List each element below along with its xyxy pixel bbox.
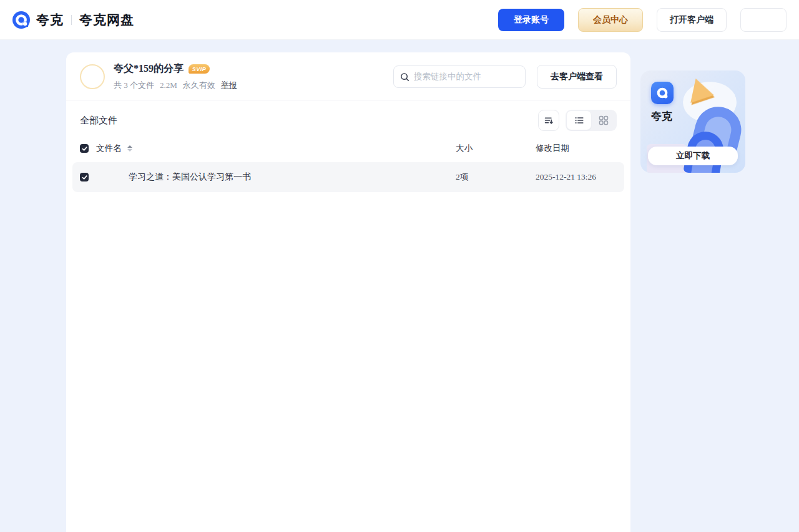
share-info: 夸父*159的分享 SVIP 共 3 个文件 2.2M 永久有效 举报: [114, 62, 237, 91]
brand-name: 夸克: [36, 11, 64, 29]
column-header-modified[interactable]: 修改日期: [536, 143, 617, 154]
login-button[interactable]: 登录账号: [498, 9, 564, 31]
caret-up-icon: [127, 145, 132, 148]
view-mode-toggle[interactable]: [566, 110, 617, 131]
check-icon: [82, 146, 87, 152]
top-navigation: 夸克 夸克网盘 登录账号 会员中心 打开客户端: [0, 0, 799, 40]
search-box[interactable]: [393, 65, 526, 88]
grid-view-button[interactable]: [591, 111, 615, 130]
header-extra-button[interactable]: [740, 8, 787, 32]
view-in-client-button[interactable]: 去客户端查看: [537, 65, 617, 89]
share-content-card: 夸父*159的分享 SVIP 共 3 个文件 2.2M 永久有效 举报 去客户端…: [66, 52, 630, 532]
share-total-size: 2.2M: [160, 80, 177, 90]
search-icon: [400, 72, 409, 82]
brand-area[interactable]: 夸克 夸克网盘: [12, 11, 134, 29]
section-title: 全部文件: [80, 115, 117, 127]
product-name: 夸克网盘: [79, 11, 134, 29]
download-now-button[interactable]: 立即下载: [648, 147, 738, 165]
share-title: 夸父*159的分享: [114, 62, 184, 75]
promo-app-name: 夸克: [651, 109, 672, 123]
column-header-size[interactable]: 大小: [456, 143, 536, 154]
list-view-button[interactable]: [567, 111, 591, 130]
share-tools: 去客户端查看: [393, 65, 617, 89]
sort-button[interactable]: [538, 110, 559, 131]
open-client-button[interactable]: 打开客户端: [657, 8, 727, 32]
quark-app-icon: [651, 82, 674, 104]
file-modified-date: 2025-12-21 13:26: [536, 172, 617, 182]
folder-icon-placeholder: [96, 167, 121, 187]
table-header: 文件名 大小 修改日期: [80, 138, 617, 158]
sort-icon: [544, 115, 554, 125]
file-row[interactable]: 学习之道：美国公认学习第一书 2项 2025-12-21 13:26: [72, 162, 624, 192]
share-validity: 永久有效: [183, 80, 215, 91]
list-view-icon: [574, 115, 584, 125]
name-sort-carets[interactable]: [127, 145, 132, 152]
check-icon: [82, 175, 87, 180]
brand-divider: [71, 15, 72, 25]
sharer-avatar: [80, 64, 105, 89]
select-all-checkbox[interactable]: [80, 144, 89, 153]
report-link[interactable]: 举报: [221, 80, 237, 91]
row-checkbox[interactable]: [80, 173, 89, 181]
svip-badge: SVIP: [189, 64, 210, 74]
share-meta: 共 3 个文件 2.2M 永久有效 举报: [114, 80, 237, 91]
file-toolbar: 全部文件: [80, 100, 617, 137]
share-header: 夸父*159的分享 SVIP 共 3 个文件 2.2M 永久有效 举报 去客户端…: [80, 52, 617, 100]
file-name[interactable]: 学习之道：美国公认学习第一书: [129, 172, 251, 183]
vip-center-button[interactable]: 会员中心: [578, 8, 643, 32]
column-header-name[interactable]: 文件名: [96, 143, 122, 154]
share-file-count: 共 3 个文件: [114, 80, 154, 91]
search-input[interactable]: [414, 72, 519, 82]
grid-view-icon: [599, 115, 609, 125]
quark-logo-icon: [12, 11, 30, 29]
file-size: 2项: [456, 172, 536, 183]
quark-glyph-icon: [655, 85, 670, 100]
caret-down-icon: [127, 149, 132, 152]
nav-actions: 登录账号 会员中心 打开客户端: [498, 8, 787, 32]
app-download-card[interactable]: 夸克 立即下载: [640, 70, 745, 173]
